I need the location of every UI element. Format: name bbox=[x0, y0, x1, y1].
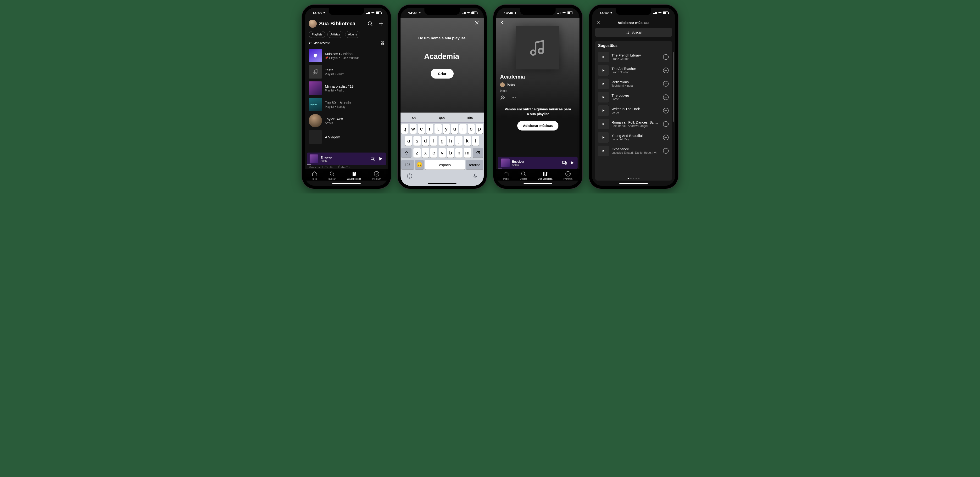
add-track-button[interactable] bbox=[663, 121, 669, 127]
list-item[interactable]: Minha playlist #13 Playlist • Pedro bbox=[309, 80, 384, 96]
key-f[interactable]: f bbox=[430, 136, 438, 145]
suggestion-item[interactable]: ReflectionsToshifumi Hinata bbox=[598, 77, 669, 91]
key-m[interactable]: m bbox=[464, 148, 471, 158]
tab-search[interactable]: Buscar bbox=[328, 171, 336, 180]
key-l[interactable]: l bbox=[472, 136, 479, 145]
numbers-key[interactable]: 123 bbox=[401, 160, 414, 169]
home-indicator[interactable] bbox=[592, 180, 675, 186]
key-v[interactable]: v bbox=[439, 148, 446, 158]
devices-icon[interactable] bbox=[371, 156, 375, 161]
play-overlay[interactable] bbox=[598, 92, 609, 102]
home-indicator[interactable] bbox=[401, 180, 484, 186]
tab-library[interactable]: Sua Biblioteca bbox=[538, 171, 552, 180]
key-w[interactable]: w bbox=[410, 124, 417, 134]
close-button[interactable] bbox=[596, 20, 601, 25]
key-q[interactable]: q bbox=[401, 124, 409, 134]
play-overlay[interactable] bbox=[598, 145, 609, 156]
home-indicator[interactable] bbox=[496, 180, 579, 186]
suggestion-item[interactable]: The LouvreLorde bbox=[598, 91, 669, 104]
suggestion-item[interactable]: Writer In The DarkLorde bbox=[598, 104, 669, 117]
backspace-key[interactable] bbox=[473, 148, 483, 158]
globe-icon[interactable] bbox=[407, 173, 413, 179]
key-o[interactable]: o bbox=[468, 124, 475, 134]
play-icon[interactable] bbox=[570, 160, 575, 166]
add-track-button[interactable] bbox=[663, 107, 669, 114]
key-e[interactable]: e bbox=[418, 124, 425, 134]
key-x[interactable]: x bbox=[422, 148, 429, 158]
add-icon[interactable] bbox=[378, 21, 384, 27]
suggestion[interactable]: não bbox=[456, 113, 484, 122]
play-overlay[interactable] bbox=[598, 78, 609, 89]
list-item[interactable]: Taylor Swift Artista bbox=[309, 113, 384, 129]
key-g[interactable]: g bbox=[439, 136, 446, 145]
tab-search[interactable]: Buscar bbox=[520, 171, 527, 180]
list-item[interactable]: A Viagem bbox=[309, 129, 384, 145]
space-key[interactable]: espaço bbox=[425, 160, 465, 169]
add-track-button[interactable] bbox=[663, 94, 669, 101]
add-track-button[interactable] bbox=[663, 148, 669, 154]
add-track-button[interactable] bbox=[663, 134, 669, 140]
suggestion[interactable]: de bbox=[401, 113, 428, 122]
play-icon[interactable] bbox=[378, 156, 383, 161]
key-y[interactable]: y bbox=[443, 124, 450, 134]
add-track-button[interactable] bbox=[663, 81, 669, 87]
key-a[interactable]: a bbox=[405, 136, 412, 145]
key-t[interactable]: t bbox=[434, 124, 442, 134]
key-r[interactable]: r bbox=[426, 124, 433, 134]
search-icon[interactable] bbox=[367, 21, 373, 27]
suggestion-item[interactable]: ExperienceLudovico Einaudi, Daniel Hope,… bbox=[598, 144, 669, 158]
list-item[interactable]: Teste Playlist • Pedro bbox=[309, 64, 384, 80]
suggestion-item[interactable]: The Art TeacherFranz Gordon bbox=[598, 64, 669, 77]
suggestion[interactable]: que bbox=[428, 113, 456, 122]
tab-home[interactable]: Início bbox=[503, 171, 509, 180]
chip-playlists[interactable]: Playlists bbox=[309, 31, 325, 38]
tab-premium[interactable]: Premium bbox=[563, 171, 573, 180]
home-indicator[interactable] bbox=[305, 180, 388, 186]
emoji-key[interactable]: 😊 bbox=[415, 160, 424, 169]
mic-icon[interactable] bbox=[473, 173, 478, 179]
tab-home[interactable]: Início bbox=[312, 171, 318, 180]
grid-view-icon[interactable] bbox=[380, 41, 384, 45]
suggestion-item[interactable]: The French LibraryFranz Gordon bbox=[598, 50, 669, 64]
back-button[interactable] bbox=[500, 18, 576, 26]
search-field[interactable]: Buscar bbox=[595, 28, 672, 37]
playlist-name-input[interactable]: Academia bbox=[406, 52, 478, 63]
play-overlay[interactable] bbox=[598, 52, 609, 62]
now-playing-bar[interactable]: Envolver Anitta bbox=[307, 153, 386, 165]
create-button[interactable]: Criar bbox=[431, 69, 453, 78]
return-key[interactable]: retorno bbox=[466, 160, 483, 169]
key-b[interactable]: b bbox=[447, 148, 454, 158]
tab-library[interactable]: Sua Biblioteca bbox=[347, 171, 361, 180]
more-icon[interactable] bbox=[511, 95, 516, 101]
chip-artists[interactable]: Artistas bbox=[327, 31, 343, 38]
key-d[interactable]: d bbox=[422, 136, 429, 145]
play-overlay[interactable] bbox=[598, 132, 609, 143]
key-j[interactable]: j bbox=[455, 136, 463, 145]
key-u[interactable]: u bbox=[451, 124, 458, 134]
close-button[interactable] bbox=[470, 18, 484, 26]
scrollbar[interactable] bbox=[673, 52, 674, 122]
add-user-icon[interactable] bbox=[500, 95, 506, 101]
suggestion-item[interactable]: Young And BeautifulLana Del Rey bbox=[598, 131, 669, 144]
key-h[interactable]: h bbox=[447, 136, 454, 145]
key-z[interactable]: z bbox=[414, 148, 421, 158]
key-p[interactable]: p bbox=[476, 124, 483, 134]
devices-icon[interactable] bbox=[562, 160, 567, 166]
key-c[interactable]: c bbox=[430, 148, 438, 158]
key-n[interactable]: n bbox=[455, 148, 463, 158]
play-overlay[interactable] bbox=[598, 65, 609, 76]
add-track-button[interactable] bbox=[663, 67, 669, 73]
now-playing-bar[interactable]: Envolver Anitta bbox=[498, 156, 578, 169]
add-songs-button[interactable]: Adicionar músicas bbox=[517, 121, 558, 131]
play-overlay[interactable] bbox=[598, 119, 609, 129]
play-overlay[interactable] bbox=[598, 105, 609, 116]
avatar[interactable] bbox=[309, 20, 317, 28]
key-k[interactable]: k bbox=[464, 136, 471, 145]
list-item[interactable]: Músicas Curtidas 📌Playlist • 1.447 músic… bbox=[309, 48, 384, 64]
add-track-button[interactable] bbox=[663, 54, 669, 60]
tab-premium[interactable]: Premium bbox=[372, 171, 381, 180]
chip-albums[interactable]: Álbuns bbox=[345, 31, 360, 38]
key-s[interactable]: s bbox=[414, 136, 421, 145]
playlist-owner[interactable]: Pedro bbox=[500, 82, 576, 87]
sort-button[interactable]: Mais recente bbox=[309, 41, 330, 45]
